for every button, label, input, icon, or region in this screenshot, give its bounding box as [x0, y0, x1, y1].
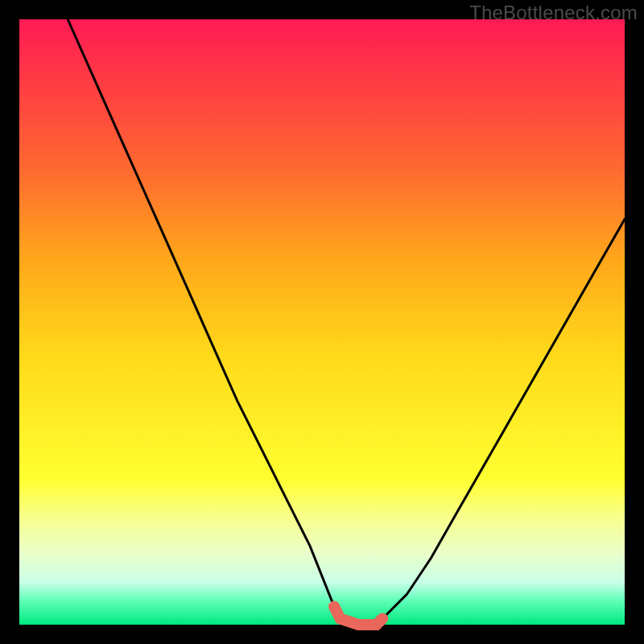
chart-svg [19, 19, 625, 625]
bottleneck-curve [68, 19, 625, 625]
highlight-segment [334, 606, 382, 625]
